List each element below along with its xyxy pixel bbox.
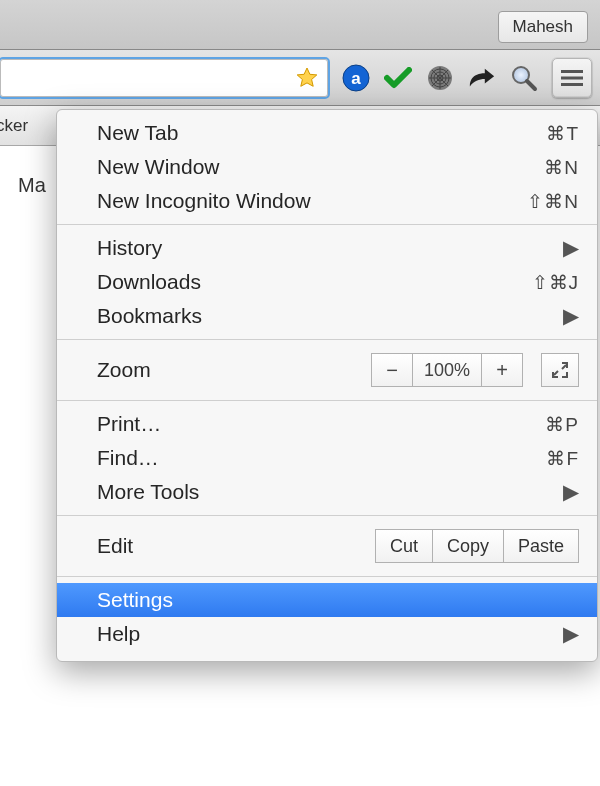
- edit-paste-button[interactable]: Paste: [504, 529, 579, 563]
- menu-zoom-row: Zoom − 100% +: [57, 346, 597, 394]
- hamburger-menu-button[interactable]: [552, 58, 592, 98]
- menu-separator: [57, 576, 597, 577]
- menu-item-shortcut: ⌘N: [544, 156, 579, 179]
- menu-separator: [57, 224, 597, 225]
- menu-item-history[interactable]: History ▶: [57, 231, 597, 265]
- submenu-arrow-icon: ▶: [563, 236, 579, 260]
- menu-item-label: Settings: [97, 588, 173, 612]
- menu-item-label: Print…: [97, 412, 161, 436]
- share-arrow-icon[interactable]: [468, 64, 496, 92]
- zoom-value: 100%: [413, 353, 481, 387]
- user-profile-label: Mahesh: [513, 17, 573, 36]
- submenu-arrow-icon: ▶: [563, 480, 579, 504]
- edit-paste-label: Paste: [518, 536, 564, 557]
- menu-item-settings[interactable]: Settings: [57, 583, 597, 617]
- menu-separator: [57, 339, 597, 340]
- bookmarks-bar-item[interactable]: cker: [0, 116, 28, 136]
- green-check-icon[interactable]: [384, 64, 412, 92]
- edit-label: Edit: [97, 534, 133, 558]
- edit-cut-label: Cut: [390, 536, 418, 557]
- edit-copy-button[interactable]: Copy: [433, 529, 504, 563]
- magnifier-icon[interactable]: [510, 64, 538, 92]
- menu-item-bookmarks[interactable]: Bookmarks ▶: [57, 299, 597, 333]
- main-menu-dropdown: New Tab ⌘T New Window ⌘N New Incognito W…: [56, 109, 598, 662]
- menu-item-shortcut: ⌘P: [545, 413, 579, 436]
- menu-item-more-tools[interactable]: More Tools ▶: [57, 475, 597, 509]
- menu-item-help[interactable]: Help ▶: [57, 617, 597, 651]
- menu-item-new-window[interactable]: New Window ⌘N: [57, 150, 597, 184]
- svg-text:a: a: [351, 69, 361, 88]
- edit-copy-label: Copy: [447, 536, 489, 557]
- svg-line-7: [527, 81, 535, 89]
- fullscreen-button[interactable]: [541, 353, 579, 387]
- submenu-arrow-icon: ▶: [563, 622, 579, 646]
- menu-item-label: New Window: [97, 155, 220, 179]
- menu-item-downloads[interactable]: Downloads ⇧⌘J: [57, 265, 597, 299]
- web-spider-icon[interactable]: [426, 64, 454, 92]
- menu-item-label: More Tools: [97, 480, 199, 504]
- bookmark-star-icon[interactable]: [295, 66, 319, 90]
- svg-rect-9: [561, 76, 583, 79]
- menu-item-find[interactable]: Find… ⌘F: [57, 441, 597, 475]
- zoom-label: Zoom: [97, 358, 151, 382]
- svg-rect-10: [561, 83, 583, 86]
- menu-edit-row: Edit Cut Copy Paste: [57, 522, 597, 570]
- menu-item-shortcut: ⇧⌘J: [532, 271, 580, 294]
- menu-item-shortcut: ⇧⌘N: [527, 190, 579, 213]
- submenu-arrow-icon: ▶: [563, 304, 579, 328]
- menu-item-label: New Incognito Window: [97, 189, 311, 213]
- menu-item-shortcut: ⌘T: [546, 122, 579, 145]
- menu-item-new-tab[interactable]: New Tab ⌘T: [57, 116, 597, 150]
- zoom-out-button[interactable]: −: [371, 353, 413, 387]
- menu-item-new-incognito[interactable]: New Incognito Window ⇧⌘N: [57, 184, 597, 218]
- window-titlebar: Mahesh: [0, 0, 600, 50]
- svg-rect-8: [561, 70, 583, 73]
- menu-item-label: Find…: [97, 446, 159, 470]
- address-bar[interactable]: [0, 59, 328, 97]
- zoom-in-button[interactable]: +: [481, 353, 523, 387]
- menu-item-shortcut: ⌘F: [546, 447, 579, 470]
- menu-item-label: Bookmarks: [97, 304, 202, 328]
- menu-item-label: History: [97, 236, 162, 260]
- browser-toolbar: a: [0, 50, 600, 106]
- menu-separator: [57, 515, 597, 516]
- menu-item-label: New Tab: [97, 121, 178, 145]
- menu-item-label: Downloads: [97, 270, 201, 294]
- menu-separator: [57, 400, 597, 401]
- edit-cut-button[interactable]: Cut: [375, 529, 433, 563]
- menu-item-label: Help: [97, 622, 140, 646]
- page-text-fragment: Ma: [18, 174, 46, 196]
- user-profile-button[interactable]: Mahesh: [498, 11, 588, 43]
- menu-item-print[interactable]: Print… ⌘P: [57, 407, 597, 441]
- amazon-assistant-icon[interactable]: a: [342, 64, 370, 92]
